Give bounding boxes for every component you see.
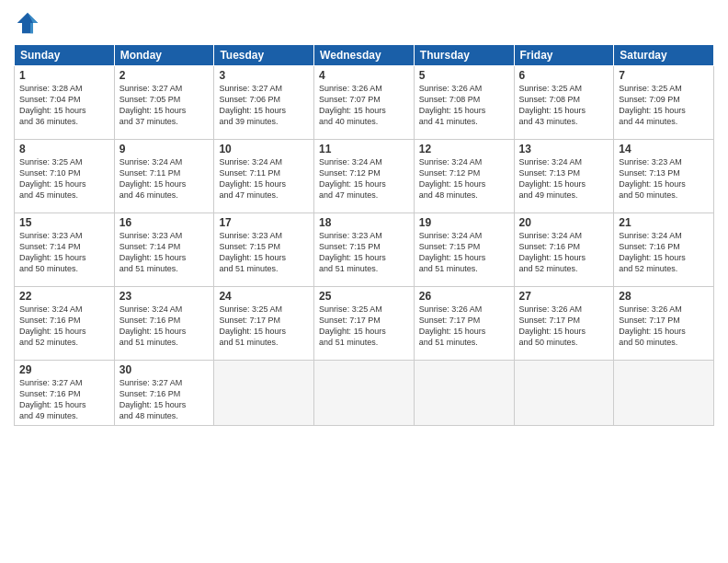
- table-row: 21Sunrise: 3:24 AM Sunset: 7:16 PM Dayli…: [614, 213, 714, 287]
- day-number: 9: [119, 143, 210, 155]
- table-row: 27Sunrise: 3:26 AM Sunset: 7:17 PM Dayli…: [514, 287, 614, 361]
- table-row: [314, 361, 415, 426]
- day-info: Sunrise: 3:24 AM Sunset: 7:12 PM Dayligh…: [419, 156, 509, 201]
- day-info: Sunrise: 3:25 AM Sunset: 7:17 PM Dayligh…: [319, 304, 409, 349]
- page: Sunday Monday Tuesday Wednesday Thursday…: [0, 0, 728, 563]
- day-info: Sunrise: 3:24 AM Sunset: 7:11 PM Dayligh…: [119, 156, 210, 201]
- day-number: 2: [119, 69, 210, 82]
- table-row: 20Sunrise: 3:24 AM Sunset: 7:16 PM Dayli…: [514, 213, 614, 287]
- day-number: 1: [19, 69, 109, 82]
- table-row: 3Sunrise: 3:27 AM Sunset: 7:06 PM Daylig…: [214, 66, 314, 140]
- table-row: 25Sunrise: 3:25 AM Sunset: 7:17 PM Dayli…: [314, 287, 415, 361]
- table-row: 4Sunrise: 3:26 AM Sunset: 7:07 PM Daylig…: [314, 66, 415, 140]
- table-row: 13Sunrise: 3:24 AM Sunset: 7:13 PM Dayli…: [514, 140, 614, 213]
- day-number: 28: [619, 290, 709, 303]
- day-info: Sunrise: 3:27 AM Sunset: 7:16 PM Dayligh…: [19, 377, 109, 422]
- table-row: 7Sunrise: 3:25 AM Sunset: 7:09 PM Daylig…: [614, 66, 714, 140]
- table-row: 24Sunrise: 3:25 AM Sunset: 7:17 PM Dayli…: [214, 287, 314, 361]
- col-thursday: Thursday: [414, 45, 514, 66]
- day-info: Sunrise: 3:26 AM Sunset: 7:17 PM Dayligh…: [619, 304, 709, 349]
- table-row: 10Sunrise: 3:24 AM Sunset: 7:11 PM Dayli…: [214, 140, 314, 213]
- table-row: 2Sunrise: 3:27 AM Sunset: 7:05 PM Daylig…: [114, 66, 214, 140]
- day-info: Sunrise: 3:24 AM Sunset: 7:13 PM Dayligh…: [519, 156, 609, 201]
- col-friday: Friday: [514, 45, 614, 66]
- day-number: 16: [119, 216, 210, 229]
- table-row: 17Sunrise: 3:23 AM Sunset: 7:15 PM Dayli…: [214, 213, 314, 287]
- col-saturday: Saturday: [614, 45, 714, 66]
- col-monday: Monday: [114, 45, 214, 66]
- day-info: Sunrise: 3:23 AM Sunset: 7:15 PM Dayligh…: [219, 230, 309, 275]
- day-number: 24: [219, 290, 309, 303]
- col-tuesday: Tuesday: [214, 45, 314, 66]
- day-number: 6: [519, 69, 609, 82]
- day-number: 20: [519, 216, 609, 229]
- day-number: 12: [419, 143, 509, 155]
- col-sunday: Sunday: [15, 45, 115, 66]
- table-row: 16Sunrise: 3:23 AM Sunset: 7:14 PM Dayli…: [114, 213, 214, 287]
- table-row: 6Sunrise: 3:25 AM Sunset: 7:08 PM Daylig…: [514, 66, 614, 140]
- day-info: Sunrise: 3:26 AM Sunset: 7:17 PM Dayligh…: [419, 304, 509, 349]
- header-row: Sunday Monday Tuesday Wednesday Thursday…: [15, 45, 714, 66]
- header: [14, 9, 714, 37]
- table-row: 9Sunrise: 3:24 AM Sunset: 7:11 PM Daylig…: [114, 140, 214, 213]
- logo-icon: [14, 9, 41, 37]
- col-wednesday: Wednesday: [314, 45, 415, 66]
- day-info: Sunrise: 3:27 AM Sunset: 7:06 PM Dayligh…: [219, 83, 309, 128]
- day-info: Sunrise: 3:24 AM Sunset: 7:12 PM Dayligh…: [319, 156, 409, 201]
- day-number: 17: [219, 216, 309, 229]
- day-info: Sunrise: 3:24 AM Sunset: 7:15 PM Dayligh…: [419, 230, 509, 275]
- day-info: Sunrise: 3:26 AM Sunset: 7:08 PM Dayligh…: [419, 83, 509, 128]
- day-number: 21: [619, 216, 709, 229]
- day-number: 18: [319, 216, 409, 229]
- table-row: 26Sunrise: 3:26 AM Sunset: 7:17 PM Dayli…: [414, 287, 514, 361]
- table-row: 15Sunrise: 3:23 AM Sunset: 7:14 PM Dayli…: [15, 213, 115, 287]
- day-number: 11: [319, 143, 409, 155]
- day-number: 7: [619, 69, 709, 82]
- day-info: Sunrise: 3:28 AM Sunset: 7:04 PM Dayligh…: [19, 83, 109, 128]
- day-info: Sunrise: 3:26 AM Sunset: 7:07 PM Dayligh…: [319, 83, 409, 128]
- table-row: [614, 361, 714, 426]
- table-row: 1Sunrise: 3:28 AM Sunset: 7:04 PM Daylig…: [15, 66, 115, 140]
- table-row: [414, 361, 514, 426]
- day-number: 30: [119, 363, 210, 376]
- day-number: 10: [219, 143, 309, 155]
- logo: [14, 9, 45, 37]
- day-info: Sunrise: 3:25 AM Sunset: 7:17 PM Dayligh…: [219, 304, 309, 349]
- day-number: 14: [619, 143, 709, 155]
- table-row: 19Sunrise: 3:24 AM Sunset: 7:15 PM Dayli…: [414, 213, 514, 287]
- day-number: 8: [19, 143, 109, 155]
- table-row: 28Sunrise: 3:26 AM Sunset: 7:17 PM Dayli…: [614, 287, 714, 361]
- day-number: 4: [319, 69, 409, 82]
- day-number: 22: [19, 290, 109, 303]
- table-row: 14Sunrise: 3:23 AM Sunset: 7:13 PM Dayli…: [614, 140, 714, 213]
- day-info: Sunrise: 3:23 AM Sunset: 7:13 PM Dayligh…: [619, 156, 709, 201]
- table-row: 5Sunrise: 3:26 AM Sunset: 7:08 PM Daylig…: [414, 66, 514, 140]
- day-info: Sunrise: 3:23 AM Sunset: 7:14 PM Dayligh…: [119, 230, 210, 275]
- table-row: 22Sunrise: 3:24 AM Sunset: 7:16 PM Dayli…: [15, 287, 115, 361]
- day-info: Sunrise: 3:27 AM Sunset: 7:05 PM Dayligh…: [119, 83, 210, 128]
- table-row: 8Sunrise: 3:25 AM Sunset: 7:10 PM Daylig…: [15, 140, 115, 213]
- table-row: 18Sunrise: 3:23 AM Sunset: 7:15 PM Dayli…: [314, 213, 415, 287]
- day-info: Sunrise: 3:25 AM Sunset: 7:09 PM Dayligh…: [619, 83, 709, 128]
- calendar-table: Sunday Monday Tuesday Wednesday Thursday…: [14, 44, 714, 426]
- table-row: 29Sunrise: 3:27 AM Sunset: 7:16 PM Dayli…: [15, 361, 115, 426]
- day-info: Sunrise: 3:27 AM Sunset: 7:16 PM Dayligh…: [119, 377, 210, 422]
- day-number: 5: [419, 69, 509, 82]
- day-number: 29: [19, 363, 109, 376]
- day-number: 25: [319, 290, 409, 303]
- day-number: 15: [19, 216, 109, 229]
- day-info: Sunrise: 3:24 AM Sunset: 7:11 PM Dayligh…: [219, 156, 309, 201]
- day-info: Sunrise: 3:23 AM Sunset: 7:14 PM Dayligh…: [19, 230, 109, 275]
- table-row: [214, 361, 314, 426]
- day-info: Sunrise: 3:24 AM Sunset: 7:16 PM Dayligh…: [519, 230, 609, 275]
- day-number: 23: [119, 290, 210, 303]
- day-info: Sunrise: 3:24 AM Sunset: 7:16 PM Dayligh…: [619, 230, 709, 275]
- day-number: 13: [519, 143, 609, 155]
- day-info: Sunrise: 3:23 AM Sunset: 7:15 PM Dayligh…: [319, 230, 409, 275]
- day-info: Sunrise: 3:25 AM Sunset: 7:08 PM Dayligh…: [519, 83, 609, 128]
- table-row: 11Sunrise: 3:24 AM Sunset: 7:12 PM Dayli…: [314, 140, 415, 213]
- table-row: 12Sunrise: 3:24 AM Sunset: 7:12 PM Dayli…: [414, 140, 514, 213]
- day-number: 26: [419, 290, 509, 303]
- day-number: 3: [219, 69, 309, 82]
- table-row: 30Sunrise: 3:27 AM Sunset: 7:16 PM Dayli…: [114, 361, 214, 426]
